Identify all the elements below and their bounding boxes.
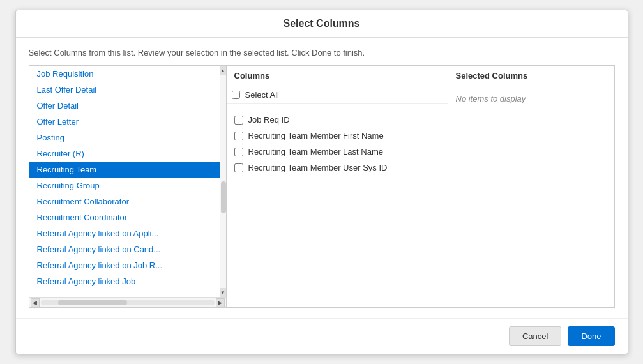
no-items-message: No items to display (448, 86, 614, 111)
vertical-scrollbar[interactable]: ▲ ▼ (220, 66, 226, 297)
h-scroll-thumb[interactable] (58, 300, 128, 305)
right-panels: Columns Select All Job Req IDRecruiting … (227, 65, 615, 308)
select-all-checkbox[interactable] (232, 91, 240, 99)
selected-columns-header: Selected Columns (448, 66, 614, 86)
select-columns-modal: Select Columns Select Columns from this … (15, 10, 628, 354)
selected-columns-panel: Selected Columns No items to display (448, 66, 614, 307)
scroll-left-btn[interactable]: ◀ (31, 298, 40, 307)
modal-footer: Cancel Done (16, 318, 628, 354)
scroll-right-btn[interactable]: ▶ (216, 298, 225, 307)
column-item: Recruiting Team Member First Name (229, 128, 445, 144)
columns-panel-header: Columns (227, 66, 448, 86)
scroll-down-btn[interactable]: ▼ (220, 288, 226, 297)
left-list-item[interactable]: Recruiting Group (29, 178, 220, 193)
horizontal-scrollbar[interactable]: ◀ ▶ (29, 297, 226, 307)
column-checkbox[interactable] (234, 132, 243, 140)
column-label: Recruiting Team Member Last Name (248, 147, 383, 156)
column-label: Job Req ID (248, 115, 290, 125)
column-checkbox[interactable] (234, 163, 243, 172)
left-list-item[interactable]: Offer Detail (29, 98, 220, 114)
left-list-item[interactable]: Referral Agency linked on Cand... (29, 241, 220, 257)
select-all-label: Select All (245, 90, 279, 100)
scroll-thumb[interactable] (221, 181, 226, 213)
left-list: Job RequisitionLast Offer DetailOffer De… (29, 66, 220, 297)
column-item: Recruiting Team Member Last Name (229, 144, 445, 160)
left-list-item[interactable]: Last Offer Detail (29, 82, 220, 98)
h-scroll-track (41, 300, 215, 305)
left-list-item[interactable]: Referral Agency linked on Job R... (29, 257, 220, 273)
left-list-item[interactable]: Posting (29, 130, 220, 146)
left-list-item[interactable]: Recruitment Collaborator (29, 193, 220, 209)
cancel-button[interactable]: Cancel (509, 326, 561, 346)
column-label: Recruiting Team Member User Sys ID (248, 163, 388, 172)
column-item: Recruiting Team Member User Sys ID (229, 160, 445, 176)
modal-title: Select Columns (16, 10, 628, 38)
left-list-item[interactable]: Recruiter (R) (29, 146, 220, 162)
left-list-item[interactable]: Referral Agency linked on Appli... (29, 225, 220, 241)
scroll-track (220, 75, 226, 288)
column-item: Job Req ID (229, 112, 445, 128)
columns-list: Job Req IDRecruiting Team Member First N… (227, 107, 448, 181)
select-all-row[interactable]: Select All (227, 86, 448, 104)
column-checkbox[interactable] (234, 116, 243, 125)
left-list-item[interactable]: Job Requisition (29, 66, 220, 82)
column-label: Recruiting Team Member First Name (248, 131, 384, 140)
left-list-item[interactable]: Recruitment Coordinator (29, 209, 220, 225)
done-button[interactable]: Done (568, 326, 614, 346)
left-list-item[interactable]: Referral Agency linked Job (29, 273, 220, 289)
left-scroll-container: Job RequisitionLast Offer DetailOffer De… (29, 66, 226, 297)
instruction-text: Select Columns from this list. Review yo… (29, 48, 615, 57)
content-area: Job RequisitionLast Offer DetailOffer De… (29, 65, 615, 308)
columns-panel: Columns Select All Job Req IDRecruiting … (227, 66, 448, 307)
left-panel: Job RequisitionLast Offer DetailOffer De… (29, 65, 227, 308)
scroll-up-btn[interactable]: ▲ (220, 66, 226, 75)
left-list-item[interactable]: Recruiting Team (29, 162, 220, 178)
left-list-item[interactable]: Offer Letter (29, 114, 220, 130)
modal-body: Select Columns from this list. Review yo… (16, 38, 628, 318)
column-checkbox[interactable] (234, 148, 243, 156)
